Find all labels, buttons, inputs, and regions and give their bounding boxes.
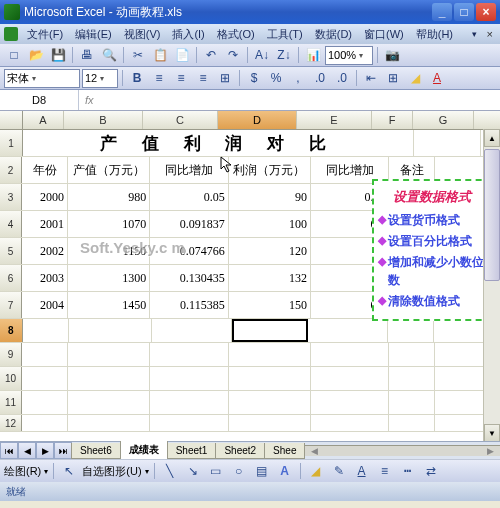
line-color-icon[interactable]: ✎ xyxy=(329,461,349,481)
tab-prev-icon[interactable]: ◀ xyxy=(18,442,36,459)
row-header[interactable]: 11 xyxy=(0,391,22,414)
line-icon[interactable]: ╲ xyxy=(160,461,180,481)
font-size-combo[interactable]: 12▾ xyxy=(82,69,118,88)
oval-icon[interactable]: ○ xyxy=(229,461,249,481)
col-header[interactable]: A xyxy=(23,111,64,129)
cell[interactable]: 2000 xyxy=(22,184,68,210)
vertical-scrollbar[interactable]: ▲ ▼ xyxy=(483,129,500,442)
select-all-corner[interactable] xyxy=(0,111,23,129)
cell[interactable]: 0.05 xyxy=(150,184,228,210)
increase-decimal-icon[interactable]: .0 xyxy=(310,68,330,88)
cell[interactable]: 1070 xyxy=(68,211,150,237)
row-header[interactable]: 2 xyxy=(0,157,22,183)
cell[interactable]: 0.115385 xyxy=(150,292,228,318)
col-header[interactable]: E xyxy=(297,111,372,129)
cell[interactable] xyxy=(152,319,232,342)
menu-view[interactable]: 视图(V) xyxy=(119,25,166,44)
cell[interactable]: 2002 xyxy=(22,238,68,264)
tab-first-icon[interactable]: ⏮ xyxy=(0,442,18,459)
row-header[interactable]: 3 xyxy=(0,184,22,210)
spreadsheet-grid[interactable]: A B C D E F G 1 产 值 利 润 对 比 2 年份 产值（万元） … xyxy=(0,111,500,459)
col-header[interactable]: G xyxy=(413,111,474,129)
cell[interactable]: 90 xyxy=(229,184,311,210)
align-center-icon[interactable]: ≡ xyxy=(171,68,191,88)
sheet-tab[interactable]: 成绩表 xyxy=(120,441,168,459)
sheet-tab[interactable]: Sheet1 xyxy=(167,443,217,459)
cell[interactable]: 1450 xyxy=(68,292,150,318)
sheet-tab[interactable]: Shee xyxy=(264,443,305,459)
cell[interactable]: 年份 xyxy=(22,157,68,183)
scroll-down-icon[interactable]: ▼ xyxy=(484,424,500,442)
fx-icon[interactable]: fx xyxy=(79,94,100,106)
title-cell[interactable]: 产 值 利 润 对 比 xyxy=(23,130,414,156)
doc-close-button[interactable]: × xyxy=(484,28,496,40)
row-header[interactable]: 8 xyxy=(0,319,23,342)
align-right-icon[interactable]: ≡ xyxy=(193,68,213,88)
cell[interactable]: 0.091837 xyxy=(150,211,228,237)
arrow-style-icon[interactable]: ⇄ xyxy=(421,461,441,481)
bold-icon[interactable]: B xyxy=(127,68,147,88)
row-header[interactable]: 10 xyxy=(0,367,22,390)
sort-desc-icon[interactable]: Z↓ xyxy=(274,45,294,65)
comma-icon[interactable]: , xyxy=(288,68,308,88)
cell[interactable]: 1150 xyxy=(68,238,150,264)
dash-style-icon[interactable]: ┅ xyxy=(398,461,418,481)
menu-data[interactable]: 数据(D) xyxy=(310,25,357,44)
menu-insert[interactable]: 插入(I) xyxy=(167,25,209,44)
cell[interactable]: 980 xyxy=(68,184,150,210)
zoom-combo[interactable]: 100%▾ xyxy=(325,46,373,65)
cell[interactable]: 0.074766 xyxy=(150,238,228,264)
row-header[interactable]: 6 xyxy=(0,265,22,291)
fill-icon[interactable]: ◢ xyxy=(306,461,326,481)
cell[interactable]: 100 xyxy=(229,211,311,237)
font-name-combo[interactable]: 宋体▾ xyxy=(4,69,80,88)
menu-dropdown-icon[interactable]: ▾ xyxy=(467,27,482,41)
select-icon[interactable]: ↖ xyxy=(59,461,79,481)
cut-icon[interactable]: ✂ xyxy=(128,45,148,65)
menu-tools[interactable]: 工具(T) xyxy=(262,25,308,44)
align-left-icon[interactable]: ≡ xyxy=(149,68,169,88)
copy-icon[interactable]: 📋 xyxy=(150,45,170,65)
col-header[interactable]: B xyxy=(64,111,143,129)
cell[interactable] xyxy=(69,319,152,342)
undo-icon[interactable]: ↶ xyxy=(201,45,221,65)
col-header[interactable]: F xyxy=(372,111,413,129)
font-color-icon[interactable]: A xyxy=(352,461,372,481)
camera-icon[interactable]: 📷 xyxy=(382,45,402,65)
scroll-up-icon[interactable]: ▲ xyxy=(484,129,500,147)
cell[interactable]: 2004 xyxy=(22,292,68,318)
cell[interactable]: 120 xyxy=(229,238,311,264)
cell[interactable]: 2003 xyxy=(22,265,68,291)
row-header[interactable]: 5 xyxy=(0,238,22,264)
name-box[interactable]: D8 xyxy=(0,90,79,110)
save-icon[interactable]: 💾 xyxy=(48,45,68,65)
cell[interactable]: 132 xyxy=(229,265,311,291)
draw-menu[interactable]: 绘图(R) xyxy=(4,464,41,479)
close-button[interactable]: × xyxy=(476,3,496,21)
arrow-icon[interactable]: ↘ xyxy=(183,461,203,481)
paste-icon[interactable]: 📄 xyxy=(172,45,192,65)
font-color-icon[interactable]: A xyxy=(427,68,447,88)
percent-icon[interactable]: % xyxy=(266,68,286,88)
fill-color-icon[interactable]: ◢ xyxy=(405,68,425,88)
cell[interactable] xyxy=(388,319,434,342)
cell[interactable]: 产值（万元） xyxy=(68,157,150,183)
sheet-tab[interactable]: Sheet6 xyxy=(71,443,121,459)
cell[interactable]: 利润（万元） xyxy=(229,157,311,183)
currency-icon[interactable]: $ xyxy=(244,68,264,88)
cell[interactable]: 0.130435 xyxy=(150,265,228,291)
menu-window[interactable]: 窗口(W) xyxy=(359,25,409,44)
cell[interactable] xyxy=(308,319,388,342)
merge-icon[interactable]: ⊞ xyxy=(215,68,235,88)
col-header[interactable]: D xyxy=(218,111,297,129)
row-header[interactable]: 7 xyxy=(0,292,22,318)
row-header[interactable]: 1 xyxy=(0,130,23,156)
sheet-tab[interactable]: Sheet2 xyxy=(215,443,265,459)
open-icon[interactable]: 📂 xyxy=(26,45,46,65)
menu-edit[interactable]: 编辑(E) xyxy=(70,25,117,44)
cell[interactable]: 同比增加 xyxy=(150,157,228,183)
row-header[interactable]: 4 xyxy=(0,211,22,237)
minimize-button[interactable]: _ xyxy=(432,3,452,21)
row-header[interactable]: 12 xyxy=(0,415,22,431)
decrease-decimal-icon[interactable]: .0 xyxy=(332,68,352,88)
